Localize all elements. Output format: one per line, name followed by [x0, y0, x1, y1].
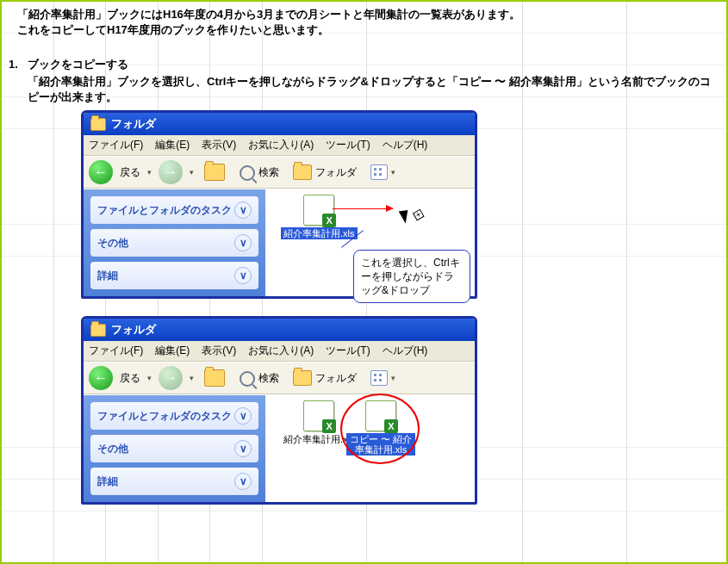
folder-up-icon	[204, 164, 225, 181]
side-other[interactable]: その他 ∨	[90, 435, 258, 462]
search-icon	[240, 371, 255, 387]
menu-tools[interactable]: ツール(T)	[326, 344, 370, 358]
up-button[interactable]	[201, 368, 228, 388]
menu-help[interactable]: ヘルプ(H)	[383, 138, 428, 152]
menu-tools[interactable]: ツール(T)	[326, 138, 370, 152]
search-button[interactable]: 検索	[235, 163, 283, 183]
explorer-window-1: フォルダ ファイル(F) 編集(E) 表示(V) お気に入り(A) ツール(T)…	[81, 110, 477, 299]
menu-view[interactable]: 表示(V)	[202, 138, 236, 152]
back-button[interactable]: ←	[89, 366, 113, 390]
chevron-down-icon: ∨	[234, 407, 252, 425]
views-button[interactable]: ▾	[367, 369, 399, 387]
side-tasks-label: ファイルとフォルダのタスク	[97, 203, 232, 218]
folders-label: フォルダ	[315, 371, 357, 386]
folder-icon	[90, 324, 106, 337]
chevron-down-icon: ∨	[234, 440, 252, 457]
folders-icon	[293, 370, 312, 386]
step1-title: ブックをコピーする	[28, 58, 128, 71]
side-other[interactable]: その他 ∨	[90, 229, 258, 257]
menu-edit[interactable]: 編集(E)	[155, 344, 190, 358]
side-panel: ファイルとフォルダのタスク ∨ その他 ∨ 詳細 ∨	[84, 395, 265, 502]
instruction-callout-text: これを選択し、Ctrlキーを押しながらドラッグ&ドロップ	[361, 257, 460, 296]
folders-icon	[293, 164, 312, 180]
intro-line-1: 「紹介率集計用」ブックにはH16年度の4月から3月までの月シートと年間集計の一覧…	[17, 7, 718, 22]
intro-block: 「紹介率集計用」ブックにはH16年度の4月から3月までの月シートと年間集計の一覧…	[2, 2, 726, 40]
menubar: ファイル(F) 編集(E) 表示(V) お気に入り(A) ツール(T) ヘルプ(…	[84, 135, 475, 156]
back-dropdown-icon[interactable]: ▾	[147, 374, 152, 382]
chevron-down-icon: ∨	[234, 201, 252, 219]
search-label: 検索	[258, 371, 279, 386]
window-body: ファイルとフォルダのタスク ∨ その他 ∨ 詳細 ∨ 紹介率集	[84, 189, 475, 296]
chevron-down-icon: ∨	[234, 234, 252, 251]
folder-up-icon	[204, 369, 225, 387]
menu-edit[interactable]: 編集(E)	[155, 138, 190, 152]
folders-button[interactable]: フォルダ	[289, 163, 360, 182]
side-tasks-label: ファイルとフォルダのタスク	[97, 409, 232, 424]
side-detail-label: 詳細	[97, 474, 118, 489]
search-button[interactable]: 検索	[235, 369, 283, 388]
file-original-label: 紹介率集計用.xls	[281, 227, 358, 239]
window1-wrap: フォルダ ファイル(F) 編集(E) 表示(V) お気に入り(A) ツール(T)…	[81, 110, 726, 299]
page-root: 「紹介率集計用」ブックにはH16年度の4月から3月までの月シートと年間集計の一覧…	[0, 0, 728, 564]
toolbar: ← 戻る ▾ → ▾ 検索 フォルダ ▾	[84, 156, 475, 189]
side-tasks[interactable]: ファイルとフォルダのタスク ∨	[90, 402, 258, 430]
content-pane[interactable]: 紹介率集計用.xls これを選択し、Ctrlキーを押しながらドラッグ&ドロップ	[265, 189, 475, 296]
side-detail-label: 詳細	[97, 269, 118, 283]
side-detail[interactable]: 詳細 ∨	[90, 468, 258, 495]
highlight-circle	[340, 394, 420, 464]
window-body: ファイルとフォルダのタスク ∨ その他 ∨ 詳細 ∨ 紹介率集	[84, 394, 475, 502]
intro-line-2: これをコピーしてH17年度用のブックを作りたいと思います。	[17, 22, 718, 38]
step1-body: 「紹介率集計用」ブックを選択し、Ctrlキーを押しながらドラッグ&ドロップすると…	[2, 74, 726, 105]
menu-help[interactable]: ヘルプ(H)	[383, 344, 428, 358]
window-title: フォルダ	[111, 116, 156, 132]
folders-button[interactable]: フォルダ	[289, 369, 360, 387]
ctrl-drag-cursor-icon	[399, 208, 414, 224]
drag-arrow	[333, 208, 393, 209]
views-button[interactable]: ▾	[367, 163, 399, 182]
menu-file[interactable]: ファイル(F)	[89, 138, 143, 152]
side-other-label: その他	[97, 236, 128, 251]
step1-number: 1.	[9, 57, 24, 72]
window2-wrap: フォルダ ファイル(F) 編集(E) 表示(V) お気に入り(A) ツール(T)…	[81, 316, 726, 505]
toolbar: ← 戻る ▾ → ▾ 検索 フォルダ ▾	[84, 362, 475, 394]
back-dropdown-icon[interactable]: ▾	[147, 168, 152, 177]
menu-file[interactable]: ファイル(F)	[89, 344, 143, 358]
views-dropdown-icon: ▾	[391, 374, 395, 382]
folder-icon	[90, 118, 106, 131]
back-label: 戻る	[120, 165, 140, 180]
views-dropdown-icon: ▾	[391, 168, 395, 177]
file-original[interactable]: 紹介率集計用.xls	[281, 195, 358, 239]
forward-button[interactable]: →	[159, 366, 183, 390]
window-titlebar[interactable]: フォルダ	[84, 113, 475, 135]
explorer-window-2: フォルダ ファイル(F) 編集(E) 表示(V) お気に入り(A) ツール(T)…	[81, 316, 477, 505]
excel-file-icon	[303, 400, 334, 431]
excel-file-icon	[303, 195, 334, 226]
side-panel: ファイルとフォルダのタスク ∨ その他 ∨ 詳細 ∨	[84, 189, 265, 296]
back-label: 戻る	[120, 371, 140, 386]
menubar: ファイル(F) 編集(E) 表示(V) お気に入り(A) ツール(T) ヘルプ(…	[84, 341, 475, 362]
up-button[interactable]	[201, 162, 228, 183]
chevron-down-icon: ∨	[234, 473, 252, 490]
side-detail[interactable]: 詳細 ∨	[90, 262, 258, 289]
side-other-label: その他	[97, 442, 128, 456]
step1-header: 1. ブックをコピーする	[2, 40, 726, 74]
folders-label: フォルダ	[315, 165, 357, 180]
search-label: 検索	[258, 165, 279, 180]
instruction-callout: これを選択し、Ctrlキーを押しながらドラッグ&ドロップ	[353, 250, 470, 303]
views-icon	[370, 370, 388, 386]
forward-dropdown-icon[interactable]: ▾	[190, 168, 194, 177]
content-pane[interactable]: 紹介率集計用.xls コピー 〜 紹介率集計用.xls	[265, 395, 475, 502]
window-titlebar[interactable]: フォルダ	[84, 319, 475, 341]
side-tasks[interactable]: ファイルとフォルダのタスク ∨	[90, 196, 258, 224]
menu-fav[interactable]: お気に入り(A)	[248, 344, 314, 358]
forward-dropdown-icon[interactable]: ▾	[190, 374, 194, 382]
search-icon	[240, 165, 255, 181]
window-title: フォルダ	[111, 322, 156, 338]
menu-fav[interactable]: お気に入り(A)	[248, 138, 314, 152]
chevron-down-icon: ∨	[234, 267, 252, 284]
menu-view[interactable]: 表示(V)	[202, 344, 236, 358]
views-icon	[370, 164, 388, 180]
back-button[interactable]: ←	[89, 160, 113, 184]
forward-button[interactable]: →	[159, 160, 183, 184]
